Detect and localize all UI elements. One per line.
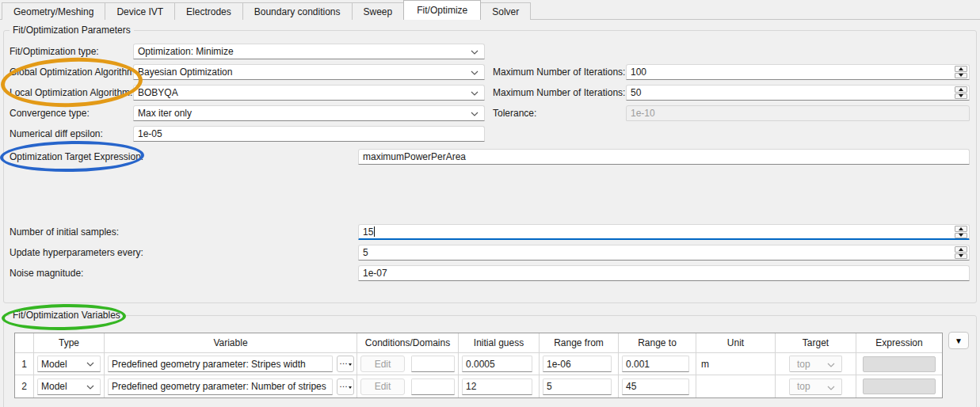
spin-down-button[interactable] (955, 73, 967, 79)
row-1-initial-guess-value: 0.0005 (466, 359, 495, 370)
spin-down-button[interactable] (955, 93, 967, 100)
convergence-type-value: Max iter only (138, 108, 192, 119)
row-1-range-to-field[interactable]: 0.001 (622, 356, 689, 372)
initial-samples-value: 15 (363, 226, 373, 238)
chevron-down-icon (471, 70, 479, 75)
tab-device-ivt[interactable]: Device IVT (105, 2, 175, 20)
triangle-up-icon (959, 227, 963, 230)
text-cursor (374, 226, 375, 237)
row-1-number[interactable]: 1 (15, 353, 34, 375)
tab-boundary-conditions[interactable]: Boundary conditions (242, 2, 353, 20)
row-2-range-to-field[interactable]: 45 (622, 378, 689, 395)
row-2-conditions-field[interactable] (411, 378, 455, 395)
local-algorithm-value: BOBYQA (138, 87, 178, 98)
row-2-initial-guess-value: 12 (466, 381, 476, 392)
tab-geometry-meshing[interactable]: Geometry/Meshing (2, 2, 105, 20)
row-1-initial-guess-field[interactable]: 0.0005 (462, 356, 532, 372)
target-expression-label: Optimization Target Expression: (10, 149, 143, 165)
row-1-type-combobox[interactable]: Model (37, 356, 101, 372)
header-unit: Unit (696, 333, 776, 353)
row-1-target-value: top (797, 359, 810, 370)
initial-samples-spinbox[interactable]: 15 (358, 224, 970, 240)
triangle-down-icon (959, 234, 963, 237)
row-2-edit-button[interactable]: Edit (360, 378, 405, 395)
global-max-iterations-spinbox[interactable]: 100 (626, 64, 970, 80)
row-1-variable-cell: Predefined geometry parameter: Stripes w… (105, 353, 357, 375)
header-expression: Expression (856, 333, 942, 353)
target-expression-field[interactable]: maximumPowerPerArea (358, 149, 970, 165)
tolerance-label: Tolerance: (493, 105, 536, 121)
local-max-iterations-spinbox[interactable]: 50 (626, 85, 970, 101)
triangle-up-icon (959, 248, 963, 251)
update-hyperparams-spinbox[interactable]: 5 (358, 245, 970, 261)
variables-group-title: Fit/Optimization Variables (10, 309, 124, 321)
update-hyperparams-value: 5 (363, 247, 368, 258)
tab-solver[interactable]: Solver (480, 2, 531, 20)
numerical-diff-epsilon-field[interactable]: 1e-05 (133, 126, 485, 142)
fit-type-label: Fit/Optimization type: (10, 44, 99, 59)
triangle-down-icon (959, 94, 963, 97)
app-window: Geometry/Meshing Device IVT Electrodes B… (0, 0, 980, 407)
spin-up-button[interactable] (955, 66, 967, 72)
row-2-range-to-value: 45 (626, 381, 636, 392)
row-1-conditions-field[interactable] (411, 356, 455, 372)
local-algorithm-combobox[interactable]: BOBYQA (133, 85, 485, 101)
row-2-expression-cell (856, 375, 942, 397)
parameters-group-title: Fit/Optimization Parameters (10, 24, 134, 36)
numerical-diff-epsilon-label: Numerical diff epsilon: (10, 126, 103, 142)
row-2-browse-button[interactable]: … (337, 378, 354, 395)
row-1-range-from-field[interactable]: 1e-06 (543, 356, 612, 372)
tab-sweep[interactable]: Sweep (352, 2, 405, 20)
tab-bar: Geometry/Meshing Device IVT Electrodes B… (0, 0, 980, 20)
global-algorithm-combobox[interactable]: Bayesian Optimization (133, 64, 485, 80)
triangle-down-icon (959, 74, 963, 77)
global-max-iterations-label: Maximum Number of Iterations: (493, 64, 625, 80)
row-1-edit-button[interactable]: Edit (360, 356, 405, 372)
convergence-type-label: Convergence type: (10, 105, 90, 121)
noise-magnitude-field[interactable]: 1e-07 (358, 265, 970, 281)
row-2-range-from-cell: 5 (540, 375, 619, 397)
spin-up-button[interactable] (955, 246, 967, 253)
fit-type-combobox[interactable]: Optimization: Minimize (133, 44, 485, 59)
noise-magnitude-label: Noise magnitude: (10, 265, 83, 281)
tab-strip: Geometry/Meshing Device IVT Electrodes B… (2, 0, 530, 20)
spin-down-button[interactable] (955, 253, 967, 260)
global-max-iterations-value: 100 (631, 67, 646, 78)
spin-up-button[interactable] (955, 226, 967, 232)
row-2-type-combobox[interactable]: Model (37, 378, 101, 395)
initial-samples-label: Number of initial samples: (10, 224, 119, 240)
row-2-range-from-field[interactable]: 5 (543, 378, 612, 395)
spin-down-button[interactable] (955, 233, 967, 239)
tolerance-value: 1e-10 (631, 108, 655, 119)
convergence-type-combobox[interactable]: Max iter only (133, 105, 485, 121)
row-1-range-to-value: 0.001 (626, 359, 650, 370)
local-max-iterations-value: 50 (631, 87, 641, 98)
row-2-target-value: top (797, 381, 810, 392)
row-1-variable-field[interactable]: Predefined geometry parameter: Stripes w… (108, 356, 333, 372)
header-rownum (15, 333, 34, 353)
tab-fit-optimize[interactable]: Fit/Optimize (403, 0, 481, 20)
row-1-expression-field (863, 356, 936, 372)
row-2-type-cell: Model (34, 375, 105, 397)
spin-buttons (955, 246, 967, 259)
row-1-range-from-cell: 1e-06 (540, 353, 619, 375)
table-menu-button[interactable]: ▼ (948, 332, 969, 349)
fit-type-value: Optimization: Minimize (138, 46, 234, 57)
chevron-down-icon (471, 50, 479, 55)
tab-electrodes[interactable]: Electrodes (174, 2, 243, 20)
header-range-from: Range from (540, 333, 619, 353)
row-2-initial-guess-field[interactable]: 12 (462, 378, 532, 395)
row-2-unit-cell (696, 375, 776, 397)
tolerance-field: 1e-10 (626, 105, 970, 121)
row-2-variable-field[interactable]: Predefined geometry parameter: Number of… (108, 378, 333, 395)
row-1-target-cell: top (776, 353, 856, 375)
ellipsis-icon: … (339, 356, 348, 367)
row-2-number[interactable]: 2 (15, 375, 34, 397)
header-target: Target (776, 333, 856, 353)
ellipsis-icon: … (339, 379, 348, 390)
variables-table: Type Variable Conditions/Domains Initial… (14, 333, 943, 398)
row-2-initial-guess-cell: 12 (459, 375, 540, 397)
spin-up-button[interactable] (955, 86, 967, 93)
row-1-browse-button[interactable]: … (337, 356, 354, 372)
row-2-range-from-value: 5 (547, 381, 552, 392)
